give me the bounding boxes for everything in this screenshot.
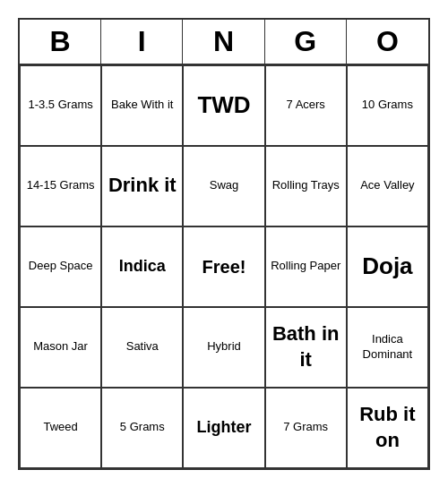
bingo-card: BINGO 1-3.5 GramsBake With itTWD7 Acers1…	[18, 18, 430, 470]
bingo-cell: Indica	[101, 226, 183, 307]
bingo-cell: 1-3.5 Grams	[20, 65, 101, 146]
bingo-cell: Bath in it	[265, 307, 347, 388]
bingo-cell: 10 Grams	[347, 65, 428, 146]
header-letter: O	[347, 20, 428, 64]
bingo-cell: 7 Acers	[265, 65, 347, 146]
bingo-cell: Rolling Trays	[265, 146, 347, 226]
bingo-cell: Indica Dominant	[347, 307, 428, 388]
bingo-cell: Doja	[347, 226, 428, 307]
bingo-cell: Drink it	[101, 146, 183, 226]
header-letter: I	[101, 20, 183, 64]
bingo-cell: Mason Jar	[20, 307, 101, 388]
bingo-cell: 7 Grams	[265, 388, 347, 468]
bingo-cell: Swag	[183, 146, 264, 226]
bingo-cell: TWD	[183, 65, 264, 146]
bingo-cell: Ace Valley	[347, 146, 428, 226]
bingo-cell: Rolling Paper	[265, 226, 347, 307]
bingo-cell: Deep Space	[20, 226, 101, 307]
bingo-cell: Rub it on	[347, 388, 428, 468]
bingo-cell: 14-15 Grams	[20, 146, 101, 226]
header-letter: B	[20, 20, 101, 64]
bingo-grid: 1-3.5 GramsBake With itTWD7 Acers10 Gram…	[20, 65, 428, 468]
bingo-cell: Sativa	[101, 307, 183, 388]
bingo-cell: Tweed	[20, 388, 101, 468]
bingo-cell: Bake With it	[101, 65, 183, 146]
bingo-cell: Free!	[183, 226, 264, 307]
bingo-cell: 5 Grams	[101, 388, 183, 468]
bingo-cell: Hybrid	[183, 307, 264, 388]
header-letter: N	[183, 20, 264, 64]
bingo-cell: Lighter	[183, 388, 264, 468]
header-letter: G	[265, 20, 347, 64]
bingo-header: BINGO	[20, 20, 428, 65]
